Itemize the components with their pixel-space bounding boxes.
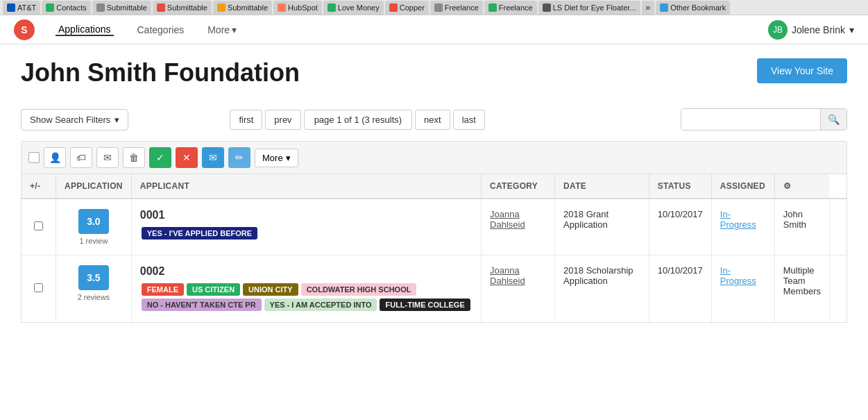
nav-more-button[interactable]: More ▾ bbox=[207, 24, 237, 35]
col-application: APPLICATION bbox=[56, 174, 132, 199]
assigned-cell: Multiple Team Members bbox=[774, 255, 829, 323]
submittable1-icon bbox=[96, 3, 105, 12]
tab-lovemoney[interactable]: Love Money bbox=[323, 1, 384, 15]
applications-table: +/- APPLICATION APPLICANT CATEGORY DATE … bbox=[21, 174, 847, 323]
view-site-button[interactable]: View Your Site bbox=[757, 58, 847, 83]
applicant-link[interactable]: Joanna Dahlseid bbox=[490, 209, 525, 230]
tab-freelance1[interactable]: Freelance bbox=[430, 1, 483, 15]
nav-user-menu[interactable]: JB Jolene Brink ▾ bbox=[768, 20, 868, 40]
score-cell: 3.5 2 reviews bbox=[56, 255, 132, 323]
col-gear[interactable]: ⚙ bbox=[774, 174, 829, 199]
pagination-controls: first prev page 1 of 1 (3 results) next … bbox=[230, 110, 485, 130]
app-number-cell: 0002 FEMALEUS CITIZENUNION CITYCOLDWATER… bbox=[131, 255, 481, 323]
tags-container: FEMALEUS CITIZENUNION CITYCOLDWATER HIGH… bbox=[140, 282, 473, 312]
nav-link-categories[interactable]: Categories bbox=[135, 24, 187, 35]
table-row: 3.5 2 reviews 0002 FEMALEUS CITIZENUNION… bbox=[22, 255, 847, 323]
tab-more-icon[interactable]: » bbox=[642, 1, 655, 15]
score-badge: 3.5 bbox=[78, 265, 109, 290]
col-adjust[interactable]: +/- bbox=[22, 174, 56, 199]
main-content: John Smith Foundation View Your Site Sho… bbox=[0, 44, 868, 337]
diet-icon bbox=[543, 3, 551, 12]
pagination-prev-button[interactable]: prev bbox=[265, 110, 300, 130]
pagination-next-button[interactable]: next bbox=[415, 110, 450, 130]
nav-link-applications[interactable]: Applications bbox=[56, 24, 114, 36]
search-input[interactable] bbox=[681, 110, 820, 130]
x-icon: ✕ bbox=[182, 152, 191, 163]
select-all-checkbox[interactable] bbox=[28, 152, 40, 163]
score-cell: 3.0 1 review bbox=[56, 199, 132, 255]
show-filters-button[interactable]: Show Search Filters ▾ bbox=[21, 109, 128, 131]
applicant-cell: Joanna Dahlseid bbox=[482, 255, 555, 323]
status-badge[interactable]: In-Progress bbox=[720, 265, 756, 286]
chevron-down-icon: ▾ bbox=[286, 153, 291, 163]
tags-container: YES - I'VE APPLIED BEFORE bbox=[140, 226, 473, 241]
contacts-icon bbox=[46, 3, 54, 12]
category-cell: 2018 Grant Application bbox=[555, 199, 649, 255]
app-logo[interactable]: S bbox=[14, 19, 35, 40]
tab-submittable3[interactable]: Submittable bbox=[213, 1, 272, 15]
pagination-first-button[interactable]: first bbox=[230, 110, 262, 130]
row-checkbox[interactable] bbox=[34, 221, 43, 230]
message-icon: ✉ bbox=[209, 152, 217, 163]
col-date: DATE bbox=[555, 174, 649, 199]
applicant-link[interactable]: Joanna Dahlseid bbox=[490, 265, 525, 286]
page-header: John Smith Foundation View Your Site bbox=[21, 58, 847, 87]
tab-submittable2[interactable]: Submittable bbox=[153, 1, 212, 15]
freelance1-icon bbox=[434, 3, 443, 12]
date-cell: 10/10/2017 bbox=[649, 255, 711, 323]
row-checkbox[interactable] bbox=[34, 283, 43, 292]
tab-diet[interactable]: LS Diet for Eye Floater... bbox=[538, 1, 640, 15]
tab-submittable1[interactable]: Submittable bbox=[92, 1, 151, 15]
att-icon bbox=[7, 3, 15, 12]
tab-copper[interactable]: Copper bbox=[385, 1, 429, 15]
pagination-info: page 1 of 1 (3 results) bbox=[304, 110, 412, 130]
col-status: STATUS bbox=[649, 174, 711, 199]
avatar: JB bbox=[768, 20, 788, 40]
delete-button[interactable]: 🗑 bbox=[123, 147, 145, 168]
tag-pill: UNION CITY bbox=[243, 283, 298, 296]
reject-button[interactable]: ✕ bbox=[176, 147, 198, 168]
check-icon: ✓ bbox=[156, 152, 164, 163]
score-badge: 3.0 bbox=[78, 209, 109, 234]
toolbar: 👤 🏷 ✉ 🗑 ✓ ✕ ✉ ✏ More bbox=[21, 141, 847, 174]
message-button[interactable]: ✉ bbox=[202, 147, 224, 168]
col-applicant: APPLICANT bbox=[131, 174, 481, 199]
person-icon: 👤 bbox=[49, 152, 61, 163]
app-number-cell: 0001 YES - I'VE APPLIED BEFORE bbox=[131, 199, 481, 255]
browser-tab-bar: AT&T Contacts Submittable Submittable Su… bbox=[0, 0, 868, 15]
table-section: 👤 🏷 ✉ 🗑 ✓ ✕ ✉ ✏ More bbox=[21, 141, 847, 323]
tag-pill: COLDWATER HIGH SCHOOL bbox=[301, 283, 417, 296]
action-button[interactable]: ✏ bbox=[228, 147, 250, 168]
tab-freelance2[interactable]: Freelance bbox=[484, 1, 537, 15]
toolbar-more-button[interactable]: More ▾ bbox=[255, 149, 298, 167]
tab-other-bookmark[interactable]: Other Bookmark bbox=[656, 1, 730, 15]
chevron-down-icon: ▾ bbox=[232, 24, 237, 35]
applicant-cell: Joanna Dahlseid bbox=[482, 199, 555, 255]
search-icon: 🔍 bbox=[828, 114, 840, 125]
pagination-last-button[interactable]: last bbox=[453, 110, 485, 130]
tab-contacts[interactable]: Contacts bbox=[42, 1, 90, 15]
search-button[interactable]: 🔍 bbox=[820, 109, 846, 130]
assigned-cell: John Smith bbox=[774, 199, 829, 255]
app-number: 0002 bbox=[140, 265, 473, 278]
page-title: John Smith Foundation bbox=[21, 58, 300, 87]
status-cell: In-Progress bbox=[711, 199, 774, 255]
email-icon: ✉ bbox=[103, 152, 112, 163]
col-category: CATEGORY bbox=[482, 174, 555, 199]
category-cell: 2018 Scholarship Application bbox=[555, 255, 649, 323]
row-checkbox-cell bbox=[22, 255, 56, 323]
tag-pill: FEMALE bbox=[142, 283, 184, 296]
pencil-icon: ✏ bbox=[235, 152, 244, 163]
trash-icon: 🗑 bbox=[129, 152, 139, 163]
tab-hubspot[interactable]: HubSpot bbox=[273, 1, 322, 15]
tab-att[interactable]: AT&T bbox=[3, 1, 40, 15]
other-bookmark-icon bbox=[660, 3, 668, 12]
assign-button[interactable]: 👤 bbox=[44, 147, 66, 168]
status-badge[interactable]: In-Progress bbox=[720, 209, 756, 230]
tag-button[interactable]: 🏷 bbox=[70, 147, 92, 168]
email-button[interactable]: ✉ bbox=[96, 147, 119, 168]
chevron-down-icon: ▾ bbox=[849, 24, 854, 35]
approve-button[interactable]: ✓ bbox=[149, 147, 171, 168]
tag-pill: YES - I AM ACCEPTED INTO bbox=[264, 299, 377, 311]
submittable2-icon bbox=[157, 3, 165, 12]
